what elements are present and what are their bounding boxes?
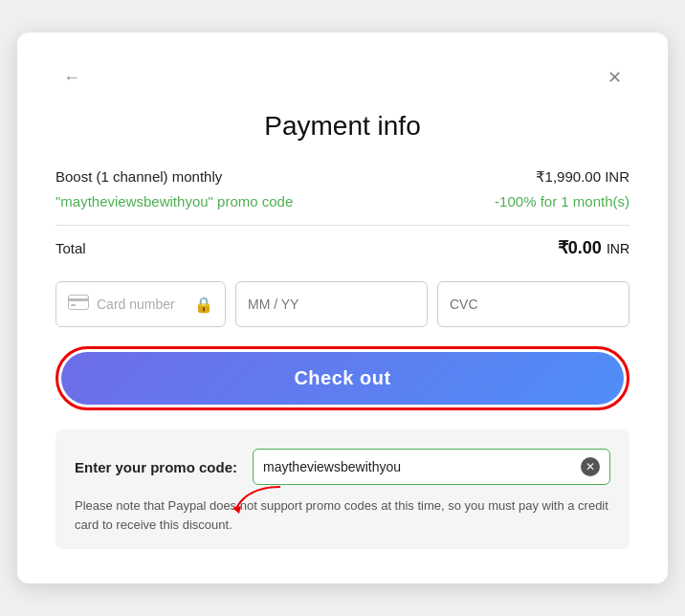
expiry-field[interactable]	[235, 281, 428, 327]
close-button[interactable]: ✕	[600, 63, 630, 92]
promo-code-input[interactable]	[263, 459, 581, 474]
promo-note: Please note that Paypal does not support…	[75, 496, 610, 534]
svg-rect-1	[68, 298, 89, 301]
product-price: ₹1,990.00 INR	[536, 168, 630, 186]
back-button[interactable]: ←	[55, 64, 88, 92]
card-number-field[interactable]: Card number 🔒	[55, 281, 226, 327]
card-number-placeholder: Card number	[97, 297, 194, 312]
promo-section-label: Enter your promo code:	[75, 459, 237, 475]
promo-section: Enter your promo code: ✕ Please note tha…	[55, 429, 630, 549]
total-row: Total ₹0.00 INR	[55, 237, 630, 258]
total-label: Total	[55, 240, 86, 256]
price-table: Boost (1 channel) monthly ₹1,990.00 INR …	[55, 168, 630, 209]
total-value: ₹0.00 INR	[558, 237, 630, 258]
promo-input-wrapper[interactable]: ✕	[253, 449, 610, 485]
cvc-field[interactable]	[437, 281, 630, 327]
checkout-button[interactable]: Check out	[61, 352, 624, 405]
svg-rect-2	[71, 304, 76, 306]
svg-marker-3	[232, 506, 241, 514]
expiry-input[interactable]	[248, 297, 415, 312]
product-label: Boost (1 channel) monthly	[55, 168, 222, 185]
checkout-btn-wrapper: Check out	[55, 346, 630, 410]
promo-input-row: Enter your promo code: ✕	[75, 449, 610, 485]
promo-row: "maytheviewsbewithyou" promo code -100% …	[55, 193, 630, 209]
card-fields: Card number 🔒	[55, 281, 630, 327]
card-icon	[68, 295, 89, 314]
lock-icon: 🔒	[194, 296, 213, 314]
promo-discount-value: -100% for 1 month(s)	[495, 193, 630, 209]
product-row: Boost (1 channel) monthly ₹1,990.00 INR	[55, 168, 630, 186]
promo-code-label: "maytheviewsbewithyou" promo code	[55, 193, 293, 209]
arrow-icon	[228, 485, 285, 514]
divider	[55, 225, 630, 226]
modal-navigation: ← ✕	[55, 63, 630, 92]
svg-rect-0	[69, 296, 89, 310]
promo-clear-button[interactable]: ✕	[581, 457, 600, 476]
payment-modal: ← ✕ Payment info Boost (1 channel) month…	[17, 33, 668, 583]
cvc-input[interactable]	[450, 297, 617, 312]
page-title: Payment info	[55, 111, 630, 142]
